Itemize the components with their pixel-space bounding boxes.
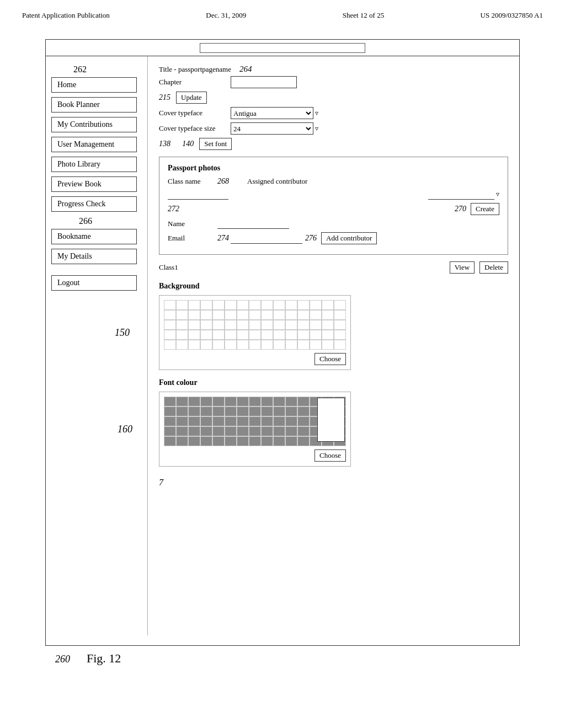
bg-cell[interactable] [285, 330, 297, 340]
class-name-input[interactable] [168, 189, 228, 200]
bg-cell[interactable] [188, 310, 200, 320]
fc-cell[interactable] [200, 397, 212, 406]
fc-cell[interactable] [200, 426, 212, 436]
sidebar-item-logout[interactable]: Logout [51, 275, 137, 291]
fc-cell[interactable] [249, 416, 261, 426]
sidebar-item-photo-library[interactable]: Photo Library [51, 157, 137, 172]
fc-cell[interactable] [261, 406, 273, 416]
fc-cell[interactable] [273, 397, 285, 406]
bg-cell[interactable] [164, 330, 176, 340]
background-choose-button[interactable]: Choose [315, 353, 346, 365]
cover-typeface-select[interactable]: Antigua [231, 107, 313, 119]
bg-cell[interactable] [261, 340, 273, 350]
bg-cell[interactable] [176, 330, 188, 340]
fc-cell[interactable] [285, 436, 297, 446]
bg-cell[interactable] [176, 340, 188, 350]
bg-cell[interactable] [310, 320, 322, 330]
fc-cell[interactable] [297, 416, 310, 426]
bg-cell[interactable] [200, 330, 212, 340]
fc-cell[interactable] [188, 406, 200, 416]
name-input[interactable] [217, 218, 289, 229]
bg-cell[interactable] [297, 300, 310, 310]
fc-cell[interactable] [273, 436, 285, 446]
font-colour-choose-button[interactable]: Choose [315, 449, 346, 462]
fc-cell[interactable] [212, 416, 225, 426]
sidebar-item-my-details[interactable]: My Details [51, 249, 137, 264]
bg-cell[interactable] [273, 320, 285, 330]
fc-cell[interactable] [237, 397, 249, 406]
fc-cell[interactable] [297, 406, 310, 416]
fc-cell[interactable] [225, 416, 237, 426]
set-font-button[interactable]: Set font [199, 138, 232, 150]
bg-cell[interactable] [164, 320, 176, 330]
bg-cell[interactable] [334, 340, 346, 350]
bg-cell[interactable] [225, 330, 237, 340]
fc-cell[interactable] [297, 397, 310, 406]
fc-cell[interactable] [237, 406, 249, 416]
bg-cell[interactable] [285, 300, 297, 310]
bg-cell[interactable] [285, 320, 297, 330]
bg-cell[interactable] [200, 310, 212, 320]
bg-cell[interactable] [237, 330, 249, 340]
sidebar-item-book-planner[interactable]: Book Planner [51, 97, 137, 113]
bg-cell[interactable] [237, 300, 249, 310]
assigned-contributor-input[interactable] [428, 189, 494, 200]
fc-cell[interactable] [237, 416, 249, 426]
fc-cell[interactable] [261, 416, 273, 426]
fc-cell[interactable] [237, 436, 249, 446]
bg-cell[interactable] [322, 320, 334, 330]
fc-cell[interactable] [164, 406, 176, 416]
fc-cell[interactable] [212, 436, 225, 446]
fc-cell[interactable] [285, 397, 297, 406]
fc-cell[interactable] [176, 397, 188, 406]
bg-cell[interactable] [297, 310, 310, 320]
delete-button[interactable]: Delete [479, 261, 508, 274]
fc-cell[interactable] [285, 416, 297, 426]
fc-cell[interactable] [176, 426, 188, 436]
bg-cell[interactable] [297, 320, 310, 330]
bg-cell[interactable] [225, 340, 237, 350]
bg-cell[interactable] [249, 300, 261, 310]
fc-cell[interactable] [249, 426, 261, 436]
bg-cell[interactable] [212, 310, 225, 320]
bg-cell[interactable] [322, 330, 334, 340]
fc-cell-white[interactable] [317, 398, 345, 442]
bg-cell[interactable] [297, 330, 310, 340]
email-input[interactable] [231, 233, 302, 244]
fc-cell[interactable] [164, 416, 176, 426]
bg-cell[interactable] [310, 340, 322, 350]
bg-cell[interactable] [176, 320, 188, 330]
create-button[interactable]: Create [471, 203, 499, 215]
bg-cell[interactable] [225, 320, 237, 330]
bg-cell[interactable] [273, 300, 285, 310]
bg-cell[interactable] [322, 340, 334, 350]
bg-cell[interactable] [261, 330, 273, 340]
bg-cell[interactable] [273, 330, 285, 340]
bg-cell[interactable] [273, 340, 285, 350]
fc-cell[interactable] [200, 416, 212, 426]
fc-cell[interactable] [188, 397, 200, 406]
bg-cell[interactable] [237, 320, 249, 330]
fc-cell[interactable] [188, 426, 200, 436]
fc-cell[interactable] [200, 436, 212, 446]
add-contributor-button[interactable]: Add contributor [321, 232, 377, 244]
fc-cell[interactable] [297, 426, 310, 436]
fc-cell[interactable] [212, 397, 225, 406]
bg-cell[interactable] [176, 310, 188, 320]
fc-cell[interactable] [176, 416, 188, 426]
fc-cell[interactable] [273, 416, 285, 426]
bg-cell[interactable] [322, 310, 334, 320]
fc-cell[interactable] [297, 436, 310, 446]
bg-cell[interactable] [249, 330, 261, 340]
fc-cell[interactable] [261, 436, 273, 446]
fc-cell[interactable] [261, 397, 273, 406]
bg-cell[interactable] [200, 300, 212, 310]
bg-cell[interactable] [310, 310, 322, 320]
bg-cell[interactable] [225, 300, 237, 310]
fc-cell[interactable] [285, 406, 297, 416]
bg-cell[interactable] [200, 320, 212, 330]
bg-cell[interactable] [212, 340, 225, 350]
bg-cell[interactable] [164, 300, 176, 310]
view-button[interactable]: View [450, 261, 475, 274]
bg-cell[interactable] [225, 310, 237, 320]
